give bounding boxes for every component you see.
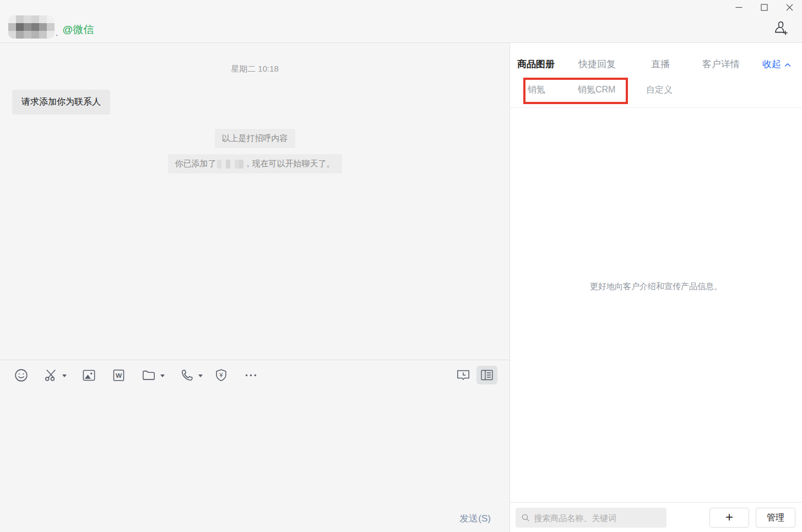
toolbar-right <box>456 366 497 384</box>
smiley-icon <box>14 368 29 383</box>
system-message: 以上是打招呼内容 <box>215 129 295 148</box>
timestamp: 星期二 10:18 <box>231 64 279 74</box>
file-button[interactable] <box>141 368 165 383</box>
chat-history-button[interactable] <box>456 368 471 382</box>
minimize-button[interactable] <box>726 0 751 14</box>
svg-text:¥: ¥ <box>219 372 223 378</box>
manage-button[interactable]: 管理 <box>756 508 795 528</box>
tab-customer-detail[interactable]: 客户详情 <box>702 58 740 70</box>
minimize-icon <box>735 4 743 11</box>
collapse-button[interactable]: 收起 <box>762 58 791 70</box>
folder-icon <box>141 368 156 383</box>
chevron-down-icon <box>62 374 67 377</box>
close-icon <box>786 4 793 11</box>
subtab-xiaoke-crm[interactable]: 销氪CRM <box>578 84 615 96</box>
send-button[interactable]: 发送(S) <box>459 512 491 525</box>
panel-tabs-section: 商品图册 快捷回复 直播 客户详情 收起 销氪 销氪CRM 自定义 <box>510 43 802 108</box>
add-product-button[interactable]: + <box>709 508 749 528</box>
chat-header: . @微信 <box>0 0 802 43</box>
message-bubble[interactable]: 请求添加你为联系人 <box>12 90 110 115</box>
side-panel: 商品图册 快捷回复 直播 客户详情 收起 销氪 销氪CRM 自定义 更好地向客户… <box>510 43 802 532</box>
subtab-custom[interactable]: 自定义 <box>646 84 673 96</box>
search-icon <box>521 513 530 523</box>
system-message-prefix: 你已添加了 <box>175 159 216 169</box>
side-panel-toggle-button[interactable] <box>476 366 497 384</box>
panel-bottom-bar: + 管理 <box>510 502 802 532</box>
tab-product-album[interactable]: 商品图册 <box>517 58 555 70</box>
input-toolbar: W <box>0 360 510 390</box>
emoji-button[interactable] <box>14 368 29 383</box>
masked-name-inline <box>217 160 243 169</box>
app-window: . @微信 星期二 10:18 请求添加你为联系人 以上是打招呼内容 你已添加了 <box>0 0 802 532</box>
payment-button[interactable]: ¥ <box>214 368 229 383</box>
phone-icon <box>180 368 194 383</box>
word-file-button[interactable]: W <box>111 368 126 383</box>
empty-state-text: 更好地向客户介绍和宣传产品信息。 <box>510 281 802 292</box>
masked-username <box>8 15 55 39</box>
more-button[interactable] <box>243 368 258 383</box>
svg-text:W: W <box>116 372 122 379</box>
system-message: 你已添加了 ，现在可以开始聊天了。 <box>168 154 342 173</box>
chat-input-area: W <box>0 360 510 532</box>
system-message-suffix: ，现在可以开始聊天了。 <box>244 159 335 169</box>
add-contact-button[interactable] <box>772 20 790 39</box>
subtab-xiaoke[interactable]: 销氪 <box>528 84 545 96</box>
chat-area: 星期二 10:18 请求添加你为联系人 以上是打招呼内容 你已添加了 ，现在可以… <box>0 43 510 532</box>
wechat-badge: @微信 <box>62 23 94 37</box>
chevron-down-icon <box>160 374 165 377</box>
product-search-box[interactable] <box>516 508 666 528</box>
tab-live[interactable]: 直播 <box>651 58 670 70</box>
ellipsis-icon <box>243 368 258 383</box>
image-icon <box>82 368 96 383</box>
chat-history-icon <box>456 368 471 382</box>
chevron-up-icon <box>784 63 791 67</box>
name-suffix: . <box>56 28 58 37</box>
collapse-label: 收起 <box>762 58 781 70</box>
message-list: 星期二 10:18 请求添加你为联系人 以上是打招呼内容 你已添加了 ，现在可以… <box>0 43 510 360</box>
maximize-button[interactable] <box>751 0 777 14</box>
person-add-icon <box>772 20 790 39</box>
image-button[interactable] <box>82 368 96 383</box>
shield-yuan-icon: ¥ <box>214 368 229 383</box>
product-search-input[interactable] <box>534 513 661 523</box>
titlebar-controls <box>726 0 802 14</box>
screenshot-button[interactable] <box>44 368 67 383</box>
maximize-icon <box>761 4 768 11</box>
close-button[interactable] <box>777 0 802 14</box>
tab-quick-reply[interactable]: 快捷回复 <box>578 58 616 70</box>
send-row: 发送(S) <box>0 504 510 532</box>
scissors-icon <box>44 368 58 383</box>
side-panel-icon <box>480 368 494 382</box>
chat-title: . @微信 <box>8 15 94 39</box>
chevron-down-icon <box>198 374 203 377</box>
main-split: 星期二 10:18 请求添加你为联系人 以上是打招呼内容 你已添加了 ，现在可以… <box>0 43 802 532</box>
word-doc-icon: W <box>111 368 126 383</box>
message-input[interactable] <box>0 390 510 504</box>
call-button[interactable] <box>180 368 203 383</box>
